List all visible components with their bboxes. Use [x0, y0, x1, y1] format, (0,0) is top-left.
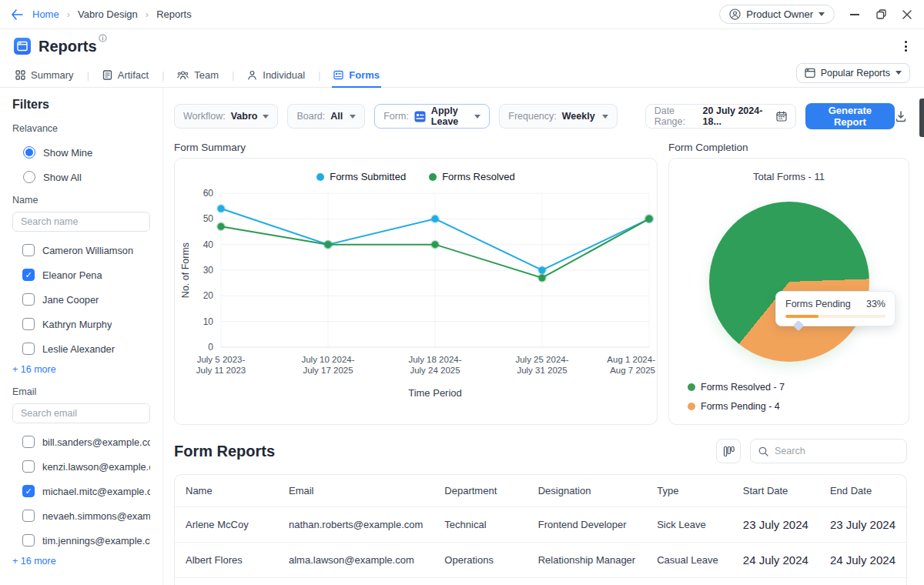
checkbox-icon — [22, 293, 35, 306]
tab-team[interactable]: Team — [176, 64, 220, 88]
email-filter-option[interactable]: nevaeh.simmons@exampl... — [22, 510, 150, 522]
svg-text:July 10 2024-: July 10 2024- — [301, 355, 354, 364]
breadcrumb-home[interactable]: Home — [32, 8, 59, 20]
email-filter-option[interactable]: bill.sanders@example.com — [22, 436, 150, 448]
columns-settings-button[interactable] — [716, 439, 741, 463]
breadcrumb-current: Reports — [156, 8, 192, 20]
form-completion-pie[interactable] — [709, 202, 869, 362]
emails-more-link[interactable]: + 16 more — [12, 556, 150, 567]
relevance-radio-option[interactable]: Show All — [23, 171, 150, 183]
table-row[interactable]: Albert Floresalma.lawson@example.comOper… — [175, 543, 906, 578]
minimize-button[interactable] — [849, 8, 861, 21]
table-cell: 24 July 2024 — [732, 543, 819, 578]
page-header: Reports — [0, 29, 924, 63]
pie-legend-label: Forms Resolved - 7 — [701, 382, 785, 393]
chevron-down-icon — [350, 115, 356, 119]
chevron-right-icon: › — [146, 8, 149, 20]
board-dropdown[interactable]: Board: All — [287, 104, 365, 129]
checkbox-option-label: Jane Cooper — [42, 294, 99, 306]
name-filter-option[interactable]: Cameron Williamson — [22, 244, 150, 256]
form-completion-title: Form Completion — [668, 142, 909, 153]
frequency-dropdown[interactable]: Frequency: Weekly — [499, 104, 617, 129]
checkbox-option-label: Cameron Williamson — [42, 245, 133, 256]
table-cell: Relationship Manager — [527, 543, 646, 578]
table-cell: Arlene McCoy — [175, 507, 278, 543]
column-header: Name — [175, 475, 278, 507]
svg-text:20: 20 — [203, 290, 214, 301]
checkbox-option-label: Eleanor Pena — [42, 269, 102, 281]
calendar-icon — [776, 111, 787, 122]
table-cell: Operations — [434, 543, 527, 578]
workflow-dropdown[interactable]: Workflow: Vabro — [174, 104, 278, 129]
table-cell: Frontend Developer — [527, 507, 646, 543]
date-range-picker[interactable]: Date Range: 20 July 2024- 18... — [645, 104, 796, 129]
table-cell: 23 July 2024 — [732, 507, 819, 543]
tab-individual[interactable]: Individual — [246, 64, 306, 88]
svg-text:July 18 2024-: July 18 2024- — [408, 355, 461, 364]
chevron-down-icon — [819, 12, 825, 16]
radio-icon — [23, 171, 35, 183]
names-more-link[interactable]: + 16 more — [12, 364, 150, 375]
email-search-input[interactable] — [12, 403, 150, 423]
popular-reports-dropdown[interactable]: Popular Reports — [796, 62, 910, 82]
user-icon — [729, 8, 741, 20]
column-header: Email — [278, 475, 434, 507]
checkbox-icon — [22, 318, 35, 330]
pie-legend-item: Forms Resolved - 7 — [688, 382, 785, 393]
column-header: Department — [434, 475, 527, 507]
close-button[interactable] — [901, 8, 913, 21]
more-options-icon[interactable] — [902, 38, 910, 55]
download-icon[interactable] — [895, 110, 907, 122]
line-chart-legend: Forms SubmittedForms Resolved — [175, 171, 657, 182]
name-filter-option[interactable]: Eleanor Pena — [22, 269, 150, 281]
form-dropdown[interactable]: Form: Apply Leave — [374, 104, 490, 129]
scrollbar-thumb[interactable] — [919, 99, 924, 137]
tab-artifact[interactable]: Artifact — [101, 64, 150, 88]
back-arrow-icon[interactable] — [11, 9, 23, 20]
generate-report-button[interactable]: Generate Report — [805, 103, 895, 129]
popular-reports-label: Popular Reports — [821, 67, 890, 78]
checkbox-icon — [22, 460, 35, 473]
checkbox-icon — [22, 244, 35, 256]
email-filter-option[interactable]: kenzi.lawson@example.c... — [22, 460, 150, 473]
form-reports-table: NameEmailDepartmentDesignationTypeStart … — [174, 474, 907, 585]
restore-button[interactable] — [875, 8, 887, 21]
checkbox-option-label: Leslie Alexander — [42, 343, 115, 355]
form-summary-chart[interactable]: 0102030405060No. of FormsJuly 5 2023-Jul… — [175, 184, 657, 416]
svg-text:July 24 2025: July 24 2025 — [410, 366, 460, 375]
name-search-input[interactable] — [12, 212, 150, 232]
legend-item: Forms Submitted — [316, 171, 406, 182]
table-row[interactable]: Arlene McCoynathan.roberts@example.comTe… — [175, 507, 906, 543]
form-summary-card: Forms SubmittedForms Resolved 0102030405… — [174, 158, 658, 425]
column-header: Type — [646, 475, 732, 507]
name-filter-option[interactable]: Kathryn Murphy — [22, 318, 150, 330]
svg-text:July 25 2024-: July 25 2024- — [515, 355, 568, 364]
table-cell: alma.lawson@example.com — [278, 543, 434, 578]
tab-label: Individual — [263, 69, 305, 81]
user-role-dropdown[interactable]: Product Owner — [719, 5, 835, 24]
pie-legend-item: Forms Pending - 4 — [688, 401, 785, 412]
legend-dot — [316, 173, 324, 181]
tab-label: Artifact — [118, 69, 149, 81]
table-search-input[interactable] — [775, 446, 899, 456]
relevance-label: Relavance — [12, 123, 150, 134]
breadcrumb-project[interactable]: Vabro Design — [78, 8, 138, 20]
report-tabs: Summary | Artifact | Team | Individual |… — [0, 63, 924, 88]
table-row[interactable] — [175, 578, 906, 585]
tab-forms[interactable]: Forms — [332, 64, 381, 88]
window-titlebar: Home › Vabro Design › Reports Product Ow… — [0, 0, 924, 29]
reports-app-icon — [14, 38, 31, 55]
email-filter-option[interactable]: michael.mitc@example.co... — [22, 485, 150, 497]
email-filter-option[interactable]: tim.jennings@example.com — [22, 534, 150, 547]
breadcrumb: Home › Vabro Design › Reports — [32, 8, 192, 20]
person-icon — [247, 70, 257, 80]
tab-summary[interactable]: Summary — [14, 64, 75, 88]
radio-option-label: Show All — [43, 172, 82, 183]
svg-text:July 31 2025: July 31 2025 — [517, 366, 567, 375]
name-filter-option[interactable]: Leslie Alexander — [22, 343, 150, 355]
info-icon[interactable] — [99, 34, 107, 42]
svg-text:Time Period: Time Period — [408, 387, 462, 399]
name-filter-option[interactable]: Jane Cooper — [22, 293, 150, 306]
page-title: Reports — [38, 38, 97, 55]
relevance-radio-option[interactable]: Show Mine — [23, 146, 150, 159]
